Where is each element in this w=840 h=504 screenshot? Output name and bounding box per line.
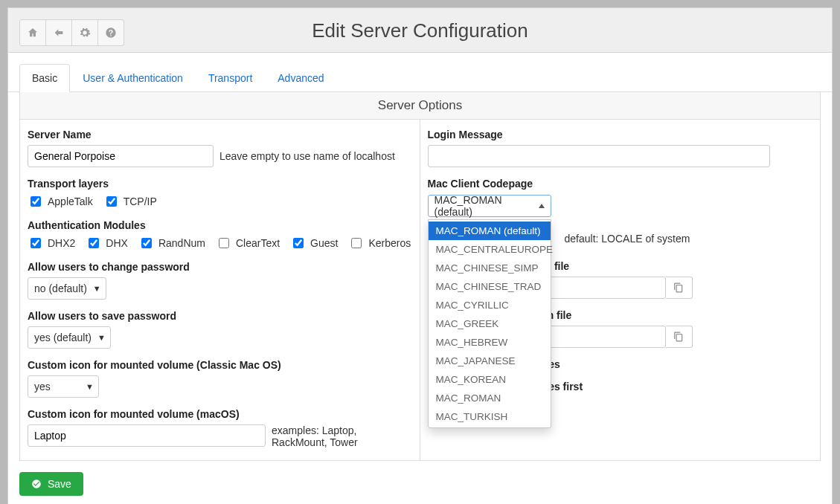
codepage-option[interactable]: MAC_TURKISH [429, 407, 551, 426]
codepage-option[interactable]: MAC_KOREAN [429, 370, 551, 389]
login-message-input[interactable] [428, 145, 770, 167]
icon-macos-label: Custom icon for mounted volume (macOS) [28, 408, 412, 420]
chevron-down-icon: ▼ [86, 382, 94, 391]
chevron-down-icon: ▼ [93, 284, 101, 293]
auth-guest[interactable]: Guest [290, 236, 338, 251]
change-pw-label: Allow users to change password [28, 261, 412, 273]
server-name-input[interactable] [28, 145, 214, 167]
save-pw-label: Allow users to save password [28, 310, 412, 322]
codepage-option[interactable]: MAC_ROMAN [429, 389, 551, 407]
codepage-option[interactable]: MAC_CYRILLIC [429, 296, 551, 314]
home-icon [27, 27, 39, 39]
page-title: Edit Server Configuration [16, 16, 824, 42]
tab-advanced[interactable]: Advanced [265, 64, 336, 92]
save-pw-select[interactable]: yes (default)▼ [28, 326, 111, 349]
transport-tcpip[interactable]: TCP/IP [103, 194, 157, 209]
tab-user-auth[interactable]: User & Authentication [70, 64, 196, 92]
back-icon [53, 27, 65, 39]
save-button[interactable]: Save [19, 472, 83, 496]
codepage-option[interactable]: MAC_JAPANESE [429, 352, 551, 370]
icon-macos-hint: examples: Laptop, RackMount, Tower [272, 424, 405, 448]
icon-classic-label: Custom icon for mounted volume (Classic … [28, 359, 412, 371]
codepage-option[interactable]: MAC_GREEK [429, 314, 551, 333]
change-pw-select[interactable]: no (default)▼ [28, 277, 106, 300]
default-file-browse[interactable] [666, 277, 693, 299]
auth-modules-label: Authentication Modules [28, 219, 412, 231]
copy-icon [673, 332, 684, 342]
header-toolbar [19, 19, 124, 46]
chevron-up-icon [539, 204, 545, 208]
right-column: Login Message Mac Client Codepage MAC_RO… [420, 120, 821, 460]
em-file-browse[interactable] [666, 326, 693, 348]
codepage-select[interactable]: MAC_ROMAN (default) [428, 195, 551, 217]
auth-cleartext[interactable]: ClearText [216, 236, 280, 251]
page: Edit Server Configuration Basic User & A… [7, 7, 833, 504]
transport-layers-label: Transport layers [28, 178, 412, 190]
codepage-option[interactable]: MAC_CHINESE_SIMP [429, 259, 551, 277]
help-icon [105, 27, 117, 39]
login-message-label: Login Message [428, 129, 813, 140]
gear-icon [79, 27, 91, 39]
server-name-hint: Leave empty to use name of localhost [219, 150, 395, 162]
auth-dhx2[interactable]: DHX2 [28, 236, 75, 251]
locale-hint: default: LOCALE of system [565, 233, 690, 245]
check-circle-icon [31, 479, 42, 489]
icon-classic-select[interactable]: yes▼ [28, 375, 99, 398]
settings-button[interactable] [71, 19, 98, 46]
tab-transport[interactable]: Transport [196, 64, 265, 92]
codepage-option[interactable]: MAC_CENTRALEUROPE [429, 240, 551, 259]
panel-title: Server Options [20, 92, 820, 120]
help-button[interactable] [97, 19, 124, 46]
auth-randnum[interactable]: RandNum [138, 236, 205, 251]
back-button[interactable] [45, 19, 72, 46]
codepage-label: Mac Client Codepage [428, 178, 813, 190]
auth-dhx[interactable]: DHX [86, 236, 128, 251]
tab-basic[interactable]: Basic [19, 64, 70, 92]
codepage-option[interactable]: MAC_ROMAN (default) [429, 222, 551, 240]
server-name-label: Server Name [28, 129, 412, 140]
transport-appletalk[interactable]: AppleTalk [28, 194, 93, 209]
auth-kerberos[interactable]: Kerberos [348, 236, 411, 251]
copy-icon [673, 282, 684, 293]
left-column: Server Name Leave empty to use name of l… [20, 120, 420, 460]
codepage-option[interactable]: MAC_CHINESE_TRAD [429, 277, 551, 296]
server-options-panel: Server Options Server Name Leave empty t… [19, 92, 821, 461]
les-first-label-partial: les first [545, 381, 583, 392]
icon-macos-input[interactable] [28, 424, 266, 447]
chevron-down-icon: ▼ [97, 333, 106, 342]
codepage-dropdown: MAC_ROMAN (default) MAC_CENTRALEUROPE MA… [428, 219, 551, 428]
codepage-option[interactable]: MAC_HEBREW [429, 333, 551, 352]
home-button[interactable] [19, 19, 46, 46]
tabs: Basic User & Authentication Transport Ad… [8, 57, 832, 92]
page-header: Edit Server Configuration [8, 8, 832, 53]
